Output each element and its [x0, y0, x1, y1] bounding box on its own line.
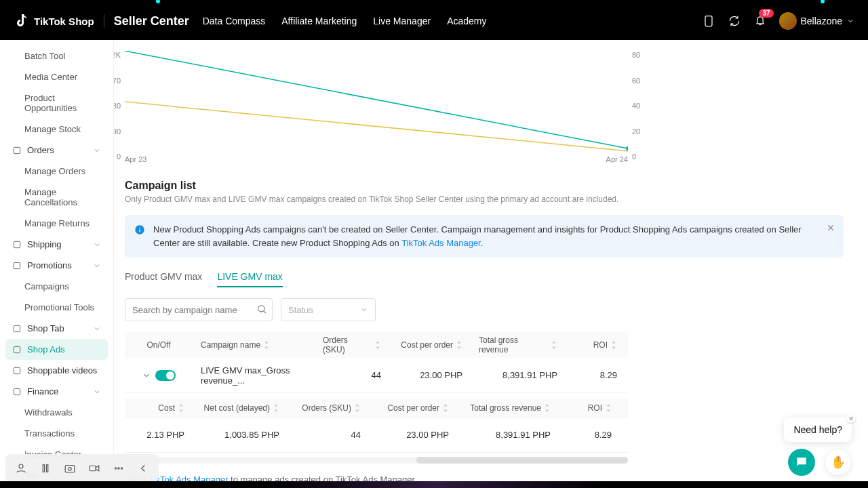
logo[interactable]: TikTok Shop [14, 13, 94, 29]
tool-video[interactable] [84, 458, 104, 479]
nav-affiliate[interactable]: Affiliate Marketing [281, 16, 357, 26]
svg-point-24 [118, 468, 119, 469]
y-tick: 0 [632, 152, 636, 161]
sidebar-item-label: Shoppable videos [27, 365, 97, 375]
col-cpo[interactable]: Cost per order [389, 340, 471, 350]
sidebar-item-shipping[interactable]: Shipping [5, 234, 108, 255]
nav-data-compass[interactable]: Data Compass [203, 16, 266, 26]
sidebar-item-label: Promotions [27, 260, 72, 270]
search-input[interactable] [125, 298, 273, 321]
col-orders-2[interactable]: Orders (SKU) [288, 403, 369, 413]
sidebar-item-shoppable-videos[interactable]: Shoppable videos [5, 360, 108, 381]
nav-live-manager[interactable]: Live Manager [373, 16, 431, 26]
col-name[interactable]: Campaign name [193, 340, 315, 350]
table-header: On/Off Campaign name Orders (SKU) Cost p… [125, 332, 628, 358]
sidebar-item-shop-ads[interactable]: Shop Ads [5, 339, 108, 360]
sidebar-item-label: Product Opportunities [24, 93, 101, 113]
sidebar-item-shop-tab[interactable]: Shop Tab [5, 318, 108, 339]
sidebar-item-manage-stock[interactable]: Manage Stock [5, 119, 108, 140]
sidebar-item-label: Orders [27, 145, 54, 155]
sidebar-item-campaigns[interactable]: Campaigns [5, 276, 108, 297]
tool-more[interactable] [108, 458, 129, 479]
svg-rect-1 [14, 147, 20, 153]
cell-orders-2: 44 [288, 430, 369, 440]
chevron-down-icon [93, 388, 101, 396]
y-tick: 80 [632, 51, 640, 59]
chevron-down-icon [360, 306, 368, 314]
refresh-icon[interactable] [728, 14, 741, 28]
col-orders[interactable]: Orders (SKU) [315, 336, 389, 354]
col-roi[interactable]: ROI [566, 340, 625, 350]
topbar-right: 37 Bellazone [702, 12, 855, 30]
user-menu[interactable]: Bellazone [779, 12, 855, 30]
chevron-down-icon [93, 146, 101, 155]
sidebar-item-promotional-tools[interactable]: Promotional Tools [5, 297, 108, 318]
svg-rect-22 [90, 466, 96, 471]
col-revenue[interactable]: Total gross revenue [471, 336, 566, 354]
hand-fab[interactable]: ✋ [825, 449, 852, 476]
svg-point-17 [19, 464, 23, 468]
col-net[interactable]: Net cost (delayed) [193, 403, 288, 413]
sidebar-item-promotions[interactable]: Promotions [5, 255, 108, 276]
cell-cost: 2.13 PHP [125, 430, 193, 440]
sidebar-item-withdrawals[interactable]: Withdrawals [5, 402, 108, 423]
sidebar-icon [12, 240, 22, 249]
tab-product-gmv[interactable]: Product GMV max [125, 271, 202, 287]
sub-table-row: 2.13 PHP 1,003.85 PHP 44 23.00 PHP 8,391… [125, 418, 628, 453]
col-cost[interactable]: Cost [125, 403, 193, 413]
y-tick: 60 [632, 77, 640, 85]
help-bubble[interactable]: Need help? ✕ [784, 418, 852, 442]
nav-academy[interactable]: Academy [447, 16, 486, 26]
sidebar-item-product-opportunities[interactable]: Product Opportunities [5, 87, 108, 119]
tool-collapse[interactable] [133, 458, 153, 479]
tool-pause[interactable] [35, 458, 56, 479]
sidebar-item-manage-cancellations[interactable]: Manage Cancellations [5, 182, 108, 213]
svg-line-10 [125, 51, 628, 148]
notifications[interactable]: 37 [753, 13, 767, 29]
performance-chart: 1.2K 870 580 290 0 80 60 40 20 0 Apr 23 … [125, 51, 628, 152]
sidebar-item-finance[interactable]: Finance [5, 381, 108, 402]
cell-rev-2: 8,391.91 PHP [457, 430, 559, 440]
device-icon[interactable] [702, 14, 715, 28]
expand-caret-icon[interactable] [142, 371, 151, 380]
sidebar-item-label: Media Center [24, 72, 77, 82]
col-roi-2[interactable]: ROI [559, 403, 620, 413]
chevron-down-icon [93, 325, 101, 333]
sidebar-item-label: Withdrawals [24, 407, 73, 418]
search-icon [256, 304, 267, 314]
x-tick: Apr 24 [606, 155, 628, 163]
sidebar-item-transactions[interactable]: Transactions [5, 423, 108, 444]
campaign-search[interactable] [125, 298, 273, 321]
campaign-toggle[interactable] [155, 370, 176, 381]
close-icon[interactable] [826, 223, 835, 232]
table-row[interactable]: LIVE GMV max_Gross revenue_... 44 23.00 … [125, 358, 628, 393]
notification-badge: 37 [759, 9, 773, 18]
tool-user[interactable] [11, 458, 31, 479]
sidebar-item-manage-returns[interactable]: Manage Returns [5, 213, 108, 234]
sidebar-item-manage-orders[interactable]: Manage Orders [5, 161, 108, 182]
campaign-table: On/Off Campaign name Orders (SKU) Cost p… [125, 332, 628, 464]
y-tick: 580 [114, 102, 121, 110]
banner-text-end: . [481, 238, 484, 248]
cell-cpo-2: 23.00 PHP [369, 430, 457, 440]
horizontal-scrollbar[interactable] [125, 457, 628, 464]
sidebar-item-batch-tool[interactable]: Batch Tool [5, 45, 108, 66]
sidebar-item-orders[interactable]: Orders [5, 140, 108, 161]
col-rev-2[interactable]: Total gross revenue [457, 403, 559, 413]
sidebar-item-label: Shop Ads [27, 344, 65, 354]
col-onoff[interactable]: On/Off [125, 340, 193, 350]
brand-title[interactable]: Seller Center [114, 14, 189, 28]
chat-fab[interactable] [788, 449, 815, 476]
status-select[interactable]: Status [281, 298, 376, 321]
tool-screenshot[interactable] [60, 458, 80, 479]
sidebar-item-label: Finance [27, 386, 58, 396]
sidebar-item-media-center[interactable]: Media Center [5, 66, 108, 87]
tab-live-gmv[interactable]: LIVE GMV max [217, 271, 282, 287]
sidebar-item-label: Manage Cancellations [24, 187, 101, 207]
campaign-tabs: Product GMV max LIVE GMV max [125, 271, 844, 287]
banner-link[interactable]: TikTok Ads Manager [401, 238, 481, 248]
svg-rect-3 [14, 262, 20, 268]
close-icon[interactable]: ✕ [846, 413, 856, 423]
col-cpo-2[interactable]: Cost per order [369, 403, 457, 413]
sidebar-item-label: Manage Orders [24, 166, 85, 176]
